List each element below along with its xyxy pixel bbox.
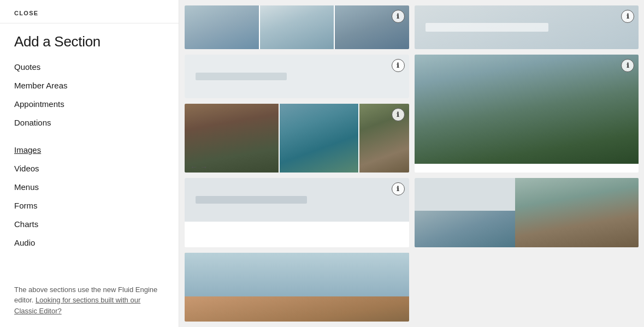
collage-layout [415,178,639,247]
sidebar-item-charts[interactable]: Charts [14,215,164,234]
gallery-card-bottom-placeholder[interactable]: ℹ [185,178,409,247]
text-placeholder-bar [426,23,549,32]
gallery-card-collage[interactable] [415,178,639,247]
sidebar-item-quotes[interactable]: Quotes [14,58,164,76]
sidebar-item-appointments[interactable]: Appointments [14,95,164,114]
sidebar-link-audio[interactable]: Audio [14,238,35,247]
landscape-layout: ← → [185,104,409,173]
nav-list: Quotes Member Areas Appointments Donatio… [0,58,179,252]
close-bar[interactable]: CLOSE [0,0,179,23]
gallery-card-text-bar[interactable]: ℹ [185,55,409,98]
gallery-card-single-right[interactable]: ℹ [415,5,639,49]
info-button-5[interactable]: ℹ [392,108,405,121]
sidebar-item-menus[interactable]: Menus [14,178,164,197]
next-arrow-icon[interactable]: → [200,163,208,171]
text-placeholder-3 [196,196,307,204]
sidebar-link-forms[interactable]: Forms [14,201,38,210]
prev-arrow-icon[interactable]: ← [190,163,198,171]
page-title: Add a Section [14,33,164,50]
sidebar-link-images[interactable]: Images [14,145,41,154]
gallery-card-triple[interactable]: ℹ [185,5,409,49]
info-button-4[interactable]: ℹ [621,59,634,72]
gallery-card-mountain[interactable]: ℹ [415,55,639,173]
sidebar-link-charts[interactable]: Charts [14,219,38,229]
photo-strip [185,104,409,173]
gallery-card-landscape[interactable]: ← → ℹ [185,104,409,173]
sidebar-item-videos[interactable]: Videos [14,159,164,178]
sidebar-item-forms[interactable]: Forms [14,197,164,215]
add-section-header: Add a Section [0,23,179,58]
sidebar-item-audio[interactable]: Audio [14,234,164,252]
landscape-photo-2 [280,104,358,173]
mountain-large-layout [415,55,639,164]
close-button[interactable]: CLOSE [14,10,39,16]
sidebar-link-videos[interactable]: Videos [14,164,39,173]
sidebar-link-menus[interactable]: Menus [14,182,39,192]
sidebar-link-member-areas[interactable]: Member Areas [14,81,68,90]
text-bar-layout [185,55,409,98]
sidebar-link-quotes[interactable]: Quotes [14,62,40,72]
sidebar-footer: The above sections use the new Fluid Eng… [0,274,179,328]
triple-photo-layout [185,5,409,49]
info-button-6[interactable]: ℹ [392,182,405,195]
info-button-3[interactable]: ℹ [392,59,405,72]
info-button[interactable]: ℹ [392,10,405,23]
info-button-2[interactable]: ℹ [621,10,634,23]
sidebar-item-donations[interactable]: Donations [14,114,164,132]
photo-slot-1 [185,5,259,49]
house-large-layout [185,253,409,322]
photo-slot-2 [260,5,334,49]
nav-divider [14,132,164,141]
bottom-placeholder-layout [185,178,409,222]
sidebar-item-images[interactable]: Images [14,141,164,159]
sidebar: CLOSE Add a Section Quotes Member Areas … [0,0,179,327]
nav-arrows: ← → [190,163,208,171]
sidebar-link-donations[interactable]: Donations [14,118,51,127]
gallery-card-house[interactable] [185,253,409,322]
gallery-grid: ℹ ℹ ℹ ℹ ← → ℹ [179,0,644,327]
collage-photo-2 [515,178,639,247]
single-wide-layout [415,5,639,49]
sidebar-link-appointments[interactable]: Appointments [14,99,64,109]
text-placeholder-2 [196,73,287,80]
sidebar-item-member-areas[interactable]: Member Areas [14,76,164,95]
